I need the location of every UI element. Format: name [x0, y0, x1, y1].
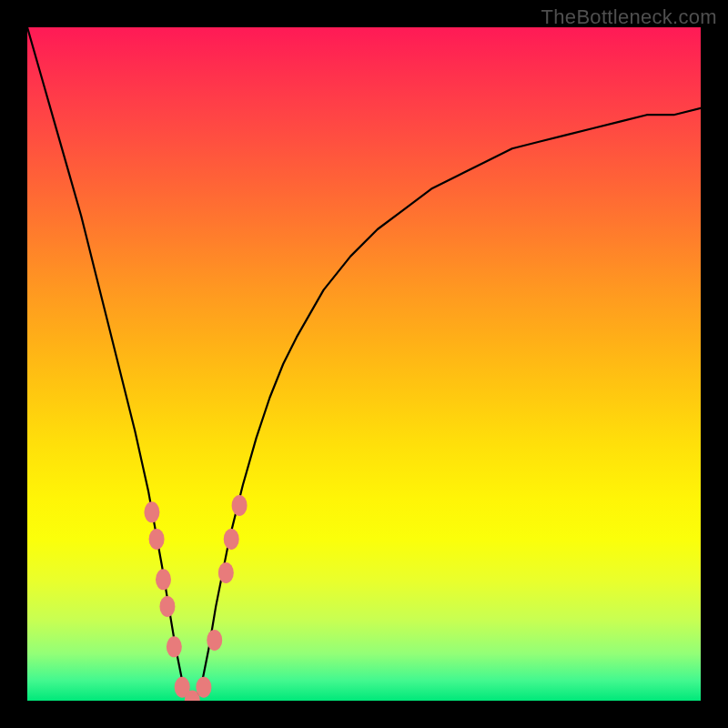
curve-marker: [218, 562, 234, 583]
curve-marker: [149, 529, 165, 550]
curve-marker: [232, 495, 248, 516]
plot-area: [27, 27, 701, 701]
curve-marker: [144, 501, 159, 522]
curve-marker: [156, 569, 171, 590]
curve-marker: [224, 529, 239, 550]
curve-layer: [27, 27, 701, 701]
bottleneck-curve: [27, 27, 701, 701]
curve-marker: [159, 596, 175, 617]
curve-marker: [167, 636, 182, 657]
chart-frame: TheBottleneck.com: [0, 0, 728, 728]
watermark-text: TheBottleneck.com: [541, 5, 717, 29]
curve-marker: [207, 630, 222, 651]
curve-marker: [196, 677, 211, 698]
